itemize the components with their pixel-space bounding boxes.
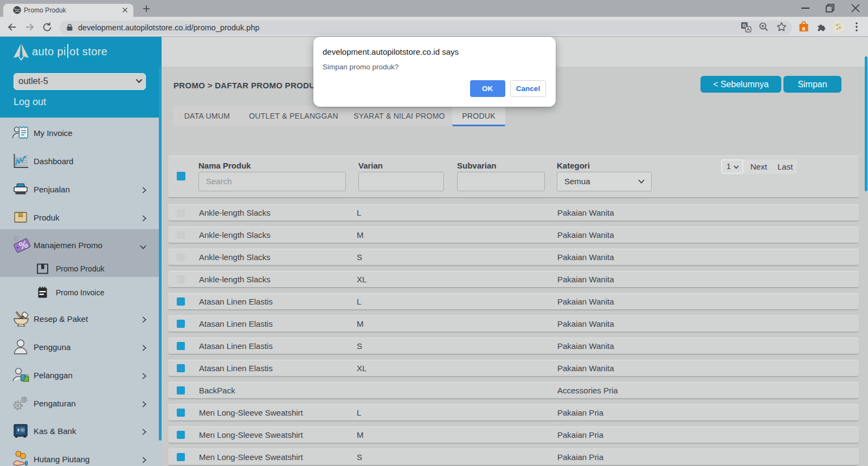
svg-text:A: A (747, 27, 750, 32)
svg-text:a: a (802, 25, 806, 31)
